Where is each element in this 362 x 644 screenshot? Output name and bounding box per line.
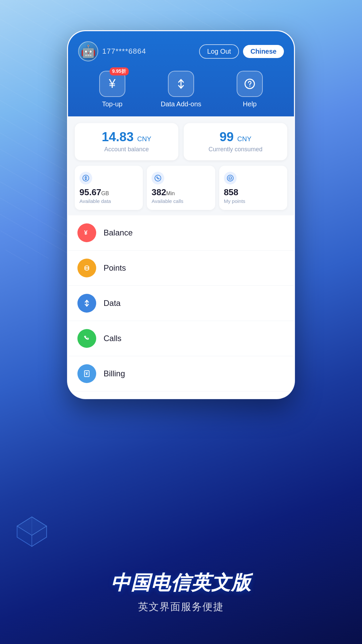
menu-item-topup-records[interactable]: Top-up records [68,391,294,399]
menu-item-balance[interactable]: ¥ Balance [68,215,294,251]
language-button[interactable]: Chinese [243,45,284,58]
phone-content: 14.83 CNY Account balance 99 CNY Current… [68,116,294,399]
user-info: 177****6864 [102,47,199,56]
logout-button[interactable]: Log Out [199,44,239,59]
data-addons-icon [175,77,187,90]
svg-point-12 [229,177,232,178]
consumed-label: Currently consumed [190,146,281,153]
phone-frame: 🤖 177****6864 Log Out Chinese ¥ 9.95折 [67,30,295,399]
bottom-text-section: 中国电信英文版 英文界面服务便捷 [0,570,362,614]
calls-menu-icon [77,329,96,348]
calls-stat-icon [152,172,164,184]
calls-menu-label: Calls [104,334,121,343]
help-icon [243,77,256,90]
data-stat-value: 95.67GB [79,188,109,197]
action-topup[interactable]: ¥ 9.95折 Top-up [99,71,125,108]
help-icon-box [237,71,263,97]
help-label: Help [243,100,257,108]
phone-header: 🤖 177****6864 Log Out Chinese ¥ 9.95折 [68,31,294,116]
points-stat-icon [224,172,237,184]
action-help[interactable]: Help [237,71,263,108]
consumed-unit: CNY [237,135,251,143]
svg-point-8 [249,86,250,87]
stat-points: 858 My points [219,166,287,210]
data-menu-icon [77,294,96,313]
cube-decoration [13,513,50,550]
calls-stat-label: Available calls [152,198,183,204]
balance-card-consumed: 99 CNY Currently consumed [184,123,287,160]
stat-calls: 382Min Available calls [147,166,215,210]
topup-label: Top-up [102,100,122,108]
menu-item-points[interactable]: Points [68,251,294,286]
calls-stat-value: 382Min [152,188,175,197]
header-actions: Log Out Chinese [199,44,284,59]
svg-text:¥: ¥ [84,229,87,236]
topup-icon-box: ¥ 9.95折 [99,71,125,97]
points-menu-icon [77,259,96,277]
data-addons-icon-box [168,71,194,97]
svg-text:¥: ¥ [85,371,88,376]
balance-menu-icon: ¥ [77,223,96,242]
topup-icon: ¥ [109,77,116,91]
balance-menu-label: Balance [104,228,133,237]
balance-card-account: 14.83 CNY Account balance [75,123,178,160]
account-balance-amount: 14.83 CNY [81,130,172,143]
avatar: 🤖 [78,41,98,61]
menu-item-calls[interactable]: Calls [68,321,294,356]
data-stat-label: Available data [79,198,111,204]
data-addons-label: Data Add-ons [161,100,201,108]
phone-mockup: 🤖 177****6864 Log Out Chinese ¥ 9.95折 [67,30,295,399]
consumed-amount: 99 CNY [190,130,281,143]
bottom-title: 中国电信英文版 [0,570,362,596]
header-top-row: 🤖 177****6864 Log Out Chinese [78,41,284,61]
data-stat-icon [79,172,92,184]
bottom-subtitle: 英文界面服务便捷 [0,600,362,614]
avatar-icon: 🤖 [81,44,96,58]
balance-cards-row: 14.83 CNY Account balance 99 CNY Current… [68,116,294,166]
points-stat-value: 858 [224,188,238,197]
stat-data: 95.67GB Available data [75,166,143,210]
data-menu-label: Data [104,299,121,308]
stats-row: 95.67GB Available data 382Min Availabl [68,166,294,215]
quick-actions-row: ¥ 9.95折 Top-up Data Add-ons [78,71,284,108]
menu-item-data[interactable]: Data [68,286,294,321]
billing-menu-label: Billing [104,369,125,378]
points-menu-label: Points [104,263,126,273]
action-data-addons[interactable]: Data Add-ons [161,71,201,108]
menu-item-billing[interactable]: ¥ Billing [68,356,294,391]
user-number: 177****6864 [102,47,146,55]
account-balance-unit: CNY [137,135,151,143]
menu-list: ¥ Balance Points [68,215,294,399]
points-stat-label: My points [224,198,245,204]
account-balance-label: Account balance [81,146,172,153]
discount-badge: 9.95折 [110,67,129,75]
billing-menu-icon: ¥ [77,364,96,383]
